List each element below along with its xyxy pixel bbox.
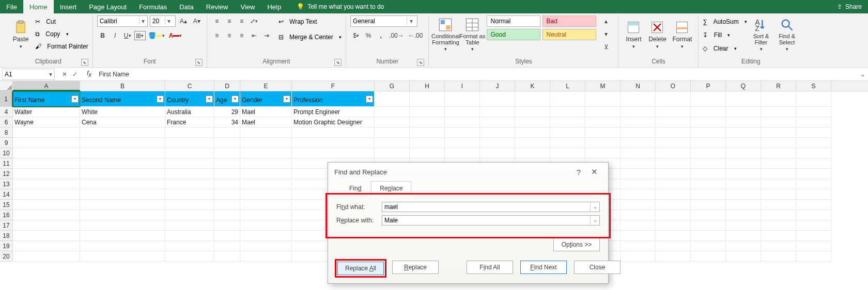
cell[interactable]: Mael bbox=[240, 117, 292, 127]
cell[interactable] bbox=[292, 148, 375, 158]
cell[interactable] bbox=[726, 148, 761, 158]
cell[interactable] bbox=[214, 210, 240, 220]
chevron-down-icon[interactable]: ▾ bbox=[407, 18, 415, 25]
cell[interactable] bbox=[691, 200, 726, 210]
cell[interactable] bbox=[726, 210, 761, 220]
font-dialog-launcher[interactable]: ⬊ bbox=[195, 59, 203, 66]
cell[interactable] bbox=[691, 169, 726, 179]
cell[interactable]: Australia bbox=[165, 107, 214, 117]
cell[interactable] bbox=[375, 117, 410, 127]
cell-C1[interactable]: Country▾ bbox=[165, 91, 214, 107]
cell[interactable] bbox=[445, 127, 480, 138]
col-header-Q[interactable]: Q bbox=[726, 81, 761, 91]
cell[interactable] bbox=[621, 117, 656, 127]
cell[interactable] bbox=[656, 189, 691, 200]
number-format-combo[interactable]: ▾ bbox=[350, 15, 417, 27]
cell[interactable] bbox=[726, 179, 761, 189]
cell[interactable] bbox=[621, 251, 656, 262]
col-header-N[interactable]: N bbox=[621, 81, 656, 91]
chevron-down-icon[interactable]: ⌄ bbox=[590, 202, 599, 212]
cell[interactable] bbox=[214, 189, 240, 200]
cell[interactable] bbox=[480, 138, 515, 148]
cell[interactable] bbox=[165, 148, 214, 158]
cell[interactable] bbox=[480, 127, 515, 138]
col-header-R[interactable]: R bbox=[761, 81, 796, 91]
cell[interactable] bbox=[726, 138, 761, 148]
fill-button[interactable]: ↧ Fill ▾ bbox=[703, 29, 747, 41]
cell[interactable] bbox=[796, 107, 831, 117]
merge-center-button[interactable]: ⊟ Merge & Center ▾ bbox=[278, 31, 342, 43]
tab-find[interactable]: Find bbox=[340, 181, 370, 196]
col-header-B[interactable]: B bbox=[80, 81, 165, 91]
cell[interactable] bbox=[13, 220, 80, 231]
cell[interactable] bbox=[761, 148, 796, 158]
chevron-down-icon[interactable]: ⌄ bbox=[590, 216, 599, 225]
tab-formulas[interactable]: Formulas bbox=[133, 0, 173, 13]
cell[interactable] bbox=[410, 117, 445, 127]
cell[interactable] bbox=[656, 127, 691, 138]
cell[interactable] bbox=[726, 200, 761, 210]
expand-formula-bar[interactable]: ⌄ bbox=[858, 71, 868, 78]
cell[interactable]: Prompt Engineer bbox=[292, 107, 375, 117]
cell[interactable] bbox=[375, 127, 410, 138]
cell[interactable] bbox=[656, 138, 691, 148]
cell[interactable] bbox=[13, 231, 80, 241]
cell[interactable] bbox=[240, 158, 292, 169]
cell[interactable] bbox=[515, 107, 550, 117]
cell[interactable] bbox=[761, 127, 796, 138]
cell[interactable] bbox=[13, 138, 80, 148]
row-header[interactable]: 15 bbox=[0, 200, 13, 210]
cell[interactable] bbox=[621, 107, 656, 117]
cell[interactable] bbox=[796, 200, 831, 210]
cell[interactable] bbox=[796, 179, 831, 189]
cell[interactable] bbox=[656, 251, 691, 262]
font-size-input[interactable] bbox=[150, 18, 165, 25]
cell[interactable]: White bbox=[80, 107, 165, 117]
col-header-C[interactable]: C bbox=[165, 81, 214, 91]
cell[interactable] bbox=[656, 210, 691, 220]
options-button[interactable]: Options >> bbox=[553, 238, 600, 251]
cell[interactable] bbox=[761, 241, 796, 251]
row-header[interactable]: 16 bbox=[0, 210, 13, 220]
cell[interactable] bbox=[165, 231, 214, 241]
replace-with-input[interactable] bbox=[382, 216, 590, 225]
cell[interactable] bbox=[796, 251, 831, 262]
cell[interactable] bbox=[621, 189, 656, 200]
filter-button[interactable]: ▾ bbox=[71, 95, 79, 103]
find-all-button[interactable]: Find All bbox=[467, 261, 513, 274]
accounting-format-button[interactable]: $▾ bbox=[350, 30, 362, 41]
cell[interactable] bbox=[165, 189, 214, 200]
cell-F1[interactable]: Profession▾ bbox=[292, 91, 375, 107]
delete-cells-button[interactable]: Delete▾ bbox=[646, 15, 668, 54]
row-header[interactable]: 19 bbox=[0, 241, 13, 251]
cell[interactable] bbox=[165, 158, 214, 169]
row-header[interactable]: 13 bbox=[0, 179, 13, 189]
col-header-P[interactable]: P bbox=[691, 81, 726, 91]
cell-style-bad[interactable]: Bad bbox=[542, 15, 596, 27]
dialog-titlebar[interactable]: Find and Replace ? ✕ bbox=[328, 163, 608, 181]
cell[interactable] bbox=[165, 200, 214, 210]
cell[interactable] bbox=[214, 200, 240, 210]
tab-insert[interactable]: Insert bbox=[54, 0, 83, 13]
col-header-M[interactable]: M bbox=[585, 81, 621, 91]
cell[interactable] bbox=[796, 231, 831, 241]
cell[interactable] bbox=[550, 117, 585, 127]
filter-button[interactable]: ▾ bbox=[366, 95, 373, 103]
format-painter-button[interactable]: 🖌 Format Painter bbox=[35, 40, 88, 53]
cell[interactable] bbox=[80, 241, 165, 251]
cell[interactable] bbox=[80, 127, 165, 138]
number-dialog-launcher[interactable]: ⬊ bbox=[417, 59, 424, 66]
cell[interactable] bbox=[726, 91, 761, 107]
cell[interactable] bbox=[214, 138, 240, 148]
replace-all-button[interactable]: Replace All bbox=[337, 262, 384, 275]
cell[interactable] bbox=[621, 241, 656, 251]
find-what-input[interactable] bbox=[382, 202, 590, 212]
sort-filter-button[interactable]: AZ Sort & Filter▾ bbox=[749, 15, 773, 54]
select-all-corner[interactable] bbox=[0, 81, 13, 91]
tab-home[interactable]: Home bbox=[23, 0, 54, 13]
enter-formula-button[interactable]: ✓ bbox=[72, 71, 78, 78]
comma-button[interactable]: , bbox=[375, 30, 386, 41]
cell[interactable] bbox=[550, 127, 585, 138]
font-color-button[interactable]: A▾ bbox=[167, 30, 184, 41]
col-header-S[interactable]: S bbox=[796, 81, 831, 91]
